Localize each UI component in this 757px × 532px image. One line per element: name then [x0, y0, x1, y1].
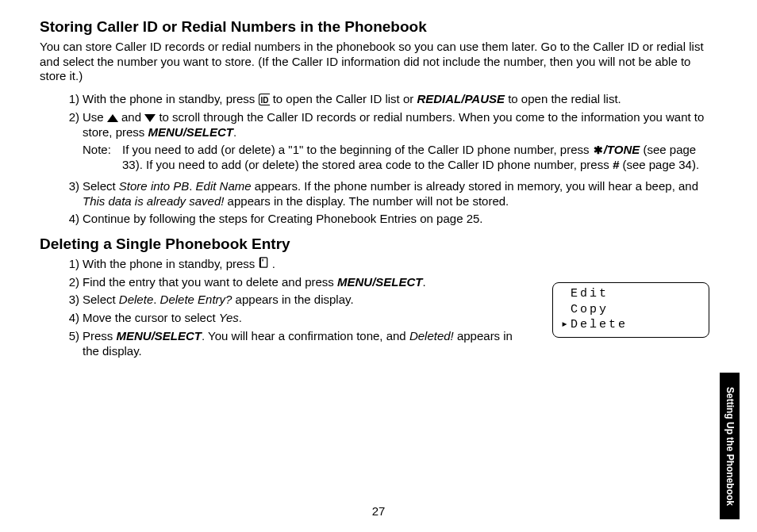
text: . [153, 293, 159, 306]
step-body: With the phone in standby, press . [83, 257, 527, 272]
text: appears. If the phone number is already … [252, 179, 698, 193]
text: . [239, 311, 242, 324]
text: appears in the display. The number will … [224, 194, 509, 208]
lcd-line-3: ▸Delete [561, 317, 702, 333]
step-body: Use and to scroll through the Caller ID … [83, 110, 717, 176]
redial-pause-key: REDIAL/PAUSE [417, 92, 505, 105]
svg-marker-1 [144, 114, 156, 122]
delete-entry-prompt: Delete Entry? [160, 293, 232, 306]
text: to open the Caller ID list or [270, 92, 417, 105]
step-number: 4) [62, 311, 79, 326]
step-number: 2) [62, 110, 79, 176]
cursor-icon: ▸ [561, 318, 571, 331]
down-arrow-icon [144, 113, 156, 123]
note-body: If you need to add (or delete) a "1" to … [122, 143, 717, 173]
text: With the phone in standby, press [83, 92, 259, 105]
text: Find the entry that you want to delete a… [83, 275, 337, 289]
edit-name: Edit Name [196, 179, 252, 193]
lcd-display: Edit Copy ▸Delete [552, 282, 709, 338]
step-body: Move the cursor to select Yes. [83, 311, 527, 326]
hash-key: # [613, 158, 619, 171]
step-body: Press MENU/SELECT. You will hear a confi… [83, 329, 527, 359]
menu-select-key: MENU/SELECT [337, 275, 423, 289]
step-1: 1) With the phone in standby, press to o… [62, 92, 717, 107]
text: . [423, 275, 426, 289]
text: . You will hear a confirmation tone, and [202, 329, 409, 343]
text: Select [83, 293, 119, 306]
lcd-line-2: Copy [561, 302, 702, 318]
text: Use [83, 110, 107, 124]
step-number: 4) [62, 212, 79, 227]
note: Note: If you need to add (or delete) a "… [83, 143, 717, 173]
step-1: 1) With the phone in standby, press . [62, 257, 717, 272]
page-number: 27 [372, 504, 386, 519]
section-tab-label: Setting Up the Phonebook [724, 387, 736, 506]
step-body: Find the entry that you want to delete a… [83, 275, 527, 290]
step-number: 3) [62, 179, 79, 209]
store-into-pb: Store into PB [119, 179, 189, 193]
text: . [269, 257, 275, 270]
section1-steps: 1) With the phone in standby, press to o… [62, 92, 717, 227]
text: . [189, 179, 195, 193]
step-4: 4) Continue by following the steps for C… [62, 212, 717, 227]
step-number: 2) [62, 275, 79, 290]
step-2: 2) Use and to scroll through the Caller … [62, 110, 717, 176]
text: Select [83, 179, 119, 193]
section1-heading: Storing Caller ID or Redial Numbers in t… [40, 17, 717, 36]
section1-intro: You can store Caller ID records or redia… [40, 40, 717, 84]
step-body: Continue by following the steps for Crea… [83, 212, 717, 227]
step-number: 5) [62, 329, 79, 359]
note-label: Note: [83, 143, 119, 173]
text: to open the redial list. [505, 92, 621, 105]
section2-heading: Deleting a Single Phonebook Entry [40, 235, 717, 254]
up-arrow-icon [107, 113, 118, 123]
step-body: Select Delete. Delete Entry? appears in … [83, 293, 527, 308]
step-number: 1) [62, 92, 79, 107]
text: If you need to add (or delete) a "1" to … [122, 143, 593, 156]
svg-marker-0 [107, 114, 118, 122]
delete-option: Delete [119, 293, 153, 306]
phonebook-icon [259, 257, 269, 270]
step-number: 1) [62, 257, 79, 272]
step-3: 3) Select Store into PB. Edit Name appea… [62, 179, 717, 209]
deleted-msg: Deleted! [409, 329, 454, 343]
yes-option: Yes [219, 311, 239, 324]
text: With the phone in standby, press [83, 257, 259, 270]
lcd-line-1: Edit [561, 286, 702, 302]
step-number: 3) [62, 293, 79, 308]
text: appears in the display. [232, 293, 353, 306]
text: and [118, 110, 144, 124]
star-icon: ✱ [593, 146, 604, 155]
tone-key: /TONE [604, 143, 640, 156]
section-tab: Setting Up the Phonebook [720, 373, 740, 519]
step-body: Select Store into PB. Edit Name appears.… [83, 179, 717, 209]
text: Press [83, 329, 117, 343]
text: Move the cursor to select [83, 311, 219, 324]
step-body: With the phone in standby, press to open… [83, 92, 717, 107]
svg-text:✱: ✱ [594, 146, 603, 155]
menu-select-key: MENU/SELECT [117, 329, 202, 343]
text: . [233, 125, 236, 139]
text: (see page 34). [619, 158, 699, 171]
already-saved-msg: This data is already saved! [83, 194, 224, 208]
caller-id-icon [259, 94, 270, 105]
menu-select-key: MENU/SELECT [148, 125, 234, 139]
